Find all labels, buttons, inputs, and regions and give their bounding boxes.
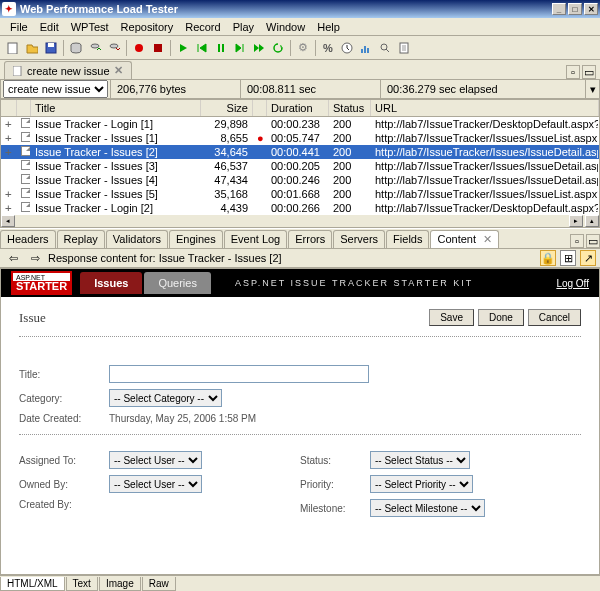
maximize-button[interactable]: □ xyxy=(568,3,582,15)
tab-issues[interactable]: Issues xyxy=(80,272,142,294)
db-down-icon[interactable] xyxy=(105,39,123,57)
tab-queries[interactable]: Queries xyxy=(144,272,211,294)
menu-window[interactable]: Window xyxy=(260,19,311,35)
menu-edit[interactable]: Edit xyxy=(34,19,65,35)
assigned-to-select[interactable]: -- Select User -- xyxy=(109,451,202,469)
grid-hscroll[interactable]: ◂ ▸ ▴ xyxy=(1,215,599,227)
stop-icon[interactable] xyxy=(149,39,167,57)
detail-max-icon[interactable]: ▭ xyxy=(586,234,600,248)
view-tab-text[interactable]: Text xyxy=(66,577,98,591)
nav-back-icon[interactable]: ⇦ xyxy=(4,249,22,267)
maximize-pane-icon[interactable]: ▭ xyxy=(582,65,596,79)
db-up-icon[interactable] xyxy=(86,39,104,57)
done-button[interactable]: Done xyxy=(478,309,524,326)
table-row[interactable]: +Issue Tracker - Issues [5]35,16800:01.6… xyxy=(1,187,599,201)
table-row[interactable]: +Issue Tracker - Login [2]4,43900:00.266… xyxy=(1,201,599,215)
editor-tab[interactable]: create new issue ✕ xyxy=(4,61,132,79)
table-row[interactable]: +Issue Tracker - Issues [1]8,655●00:05.7… xyxy=(1,131,599,145)
save-button[interactable]: Save xyxy=(429,309,474,326)
step-back-icon[interactable] xyxy=(193,39,211,57)
content-label: Response content for: Issue Tracker - Is… xyxy=(48,252,282,264)
svg-rect-16 xyxy=(13,66,21,76)
menu-play[interactable]: Play xyxy=(227,19,260,35)
expand-icon[interactable]: + xyxy=(1,202,17,215)
expand-icon[interactable]: + xyxy=(1,118,17,131)
priority-select[interactable]: -- Select Priority -- xyxy=(370,475,473,493)
open-icon[interactable] xyxy=(23,39,41,57)
record-icon[interactable] xyxy=(130,39,148,57)
status-dropdown-icon[interactable]: ▾ xyxy=(585,80,599,98)
expand-icon[interactable]: + xyxy=(1,132,17,145)
detail-tab-content[interactable]: Content ✕ xyxy=(430,230,499,248)
category-select[interactable]: -- Select Category -- xyxy=(109,389,222,407)
new-icon[interactable] xyxy=(4,39,22,57)
view-tab-raw[interactable]: Raw xyxy=(142,577,176,591)
step-icon[interactable] xyxy=(231,39,249,57)
close-button[interactable]: ✕ xyxy=(584,3,598,15)
close-tab-icon[interactable]: ✕ xyxy=(114,64,123,77)
owned-by-select[interactable]: -- Select User -- xyxy=(109,475,202,493)
test-select[interactable]: create new issue xyxy=(3,80,108,98)
detail-tab-errors[interactable]: Errors xyxy=(288,230,332,248)
settings-icon[interactable]: ⚙ xyxy=(294,39,312,57)
cancel-button[interactable]: Cancel xyxy=(528,309,581,326)
pop-icon[interactable]: ↗ xyxy=(580,250,596,266)
col-duration[interactable]: Duration xyxy=(267,100,329,116)
menu-wptest[interactable]: WPTest xyxy=(65,19,115,35)
fast-fwd-icon[interactable] xyxy=(250,39,268,57)
db-icon[interactable] xyxy=(67,39,85,57)
menu-file[interactable]: File xyxy=(4,19,34,35)
row-size: 47,434 xyxy=(201,174,253,186)
scroll-up-icon[interactable]: ▴ xyxy=(585,215,599,227)
percent-icon[interactable]: % xyxy=(319,39,337,57)
editor-tab-label: create new issue xyxy=(27,65,110,77)
view-tab-html-xml[interactable]: HTML/XML xyxy=(0,577,65,591)
title-input[interactable] xyxy=(109,365,369,383)
save-icon[interactable] xyxy=(42,39,60,57)
results-grid: Title Size Duration Status URL +Issue Tr… xyxy=(0,99,600,228)
table-row[interactable]: +Issue Tracker - Issues [2]34,64500:00.4… xyxy=(1,145,599,159)
logoff-link[interactable]: Log Off xyxy=(556,278,589,289)
detail-tab-servers[interactable]: Servers xyxy=(333,230,385,248)
table-row[interactable]: Issue Tracker - Issues [4]47,43400:00.24… xyxy=(1,173,599,187)
pause-icon[interactable] xyxy=(212,39,230,57)
col-title[interactable]: Title xyxy=(31,100,201,116)
detail-tab-event-log[interactable]: Event Log xyxy=(224,230,288,248)
clock-icon[interactable] xyxy=(338,39,356,57)
scroll-right-icon[interactable]: ▸ xyxy=(569,215,583,227)
table-row[interactable]: Issue Tracker - Issues [3]46,53700:00.20… xyxy=(1,159,599,173)
chart-icon[interactable] xyxy=(357,39,375,57)
nav-fwd-icon[interactable]: ⇨ xyxy=(26,249,44,267)
col-size[interactable]: Size xyxy=(201,100,253,116)
refresh-icon[interactable] xyxy=(269,39,287,57)
minimize-button[interactable]: _ xyxy=(552,3,566,15)
lock-icon[interactable]: 🔒 xyxy=(540,250,556,266)
detail-tab-replay[interactable]: Replay xyxy=(57,230,105,248)
magnify-icon[interactable] xyxy=(376,39,394,57)
expand-icon[interactable]: + xyxy=(1,146,17,159)
detail-tab-validators[interactable]: Validators xyxy=(106,230,168,248)
col-status[interactable]: Status xyxy=(329,100,371,116)
minimize-pane-icon[interactable]: ▫ xyxy=(566,65,580,79)
milestone-select[interactable]: -- Select Milestone -- xyxy=(370,499,485,517)
row-url: http://lab7/IssueTracker/Issues/IssueDet… xyxy=(371,160,599,172)
play-icon[interactable] xyxy=(174,39,192,57)
detail-tab-fields[interactable]: Fields xyxy=(386,230,429,248)
row-url: http://lab7/IssueTracker/DesktopDefault.… xyxy=(371,118,599,130)
unlock-icon[interactable]: ⊞ xyxy=(560,250,576,266)
menu-record[interactable]: Record xyxy=(179,19,226,35)
scroll-left-icon[interactable]: ◂ xyxy=(1,215,15,227)
close-detail-icon[interactable]: ✕ xyxy=(480,233,492,245)
detail-tab-headers[interactable]: Headers xyxy=(0,230,56,248)
expand-icon[interactable]: + xyxy=(1,188,17,201)
row-size: 29,898 xyxy=(201,118,253,130)
detail-tab-engines[interactable]: Engines xyxy=(169,230,223,248)
menu-repository[interactable]: Repository xyxy=(115,19,180,35)
view-tab-image[interactable]: Image xyxy=(99,577,141,591)
status-select[interactable]: -- Select Status -- xyxy=(370,451,470,469)
table-row[interactable]: +Issue Tracker - Login [1]29,89800:00.23… xyxy=(1,117,599,131)
col-url[interactable]: URL xyxy=(371,100,599,116)
report-icon[interactable] xyxy=(395,39,413,57)
detail-min-icon[interactable]: ▫ xyxy=(570,234,584,248)
menu-help[interactable]: Help xyxy=(311,19,346,35)
